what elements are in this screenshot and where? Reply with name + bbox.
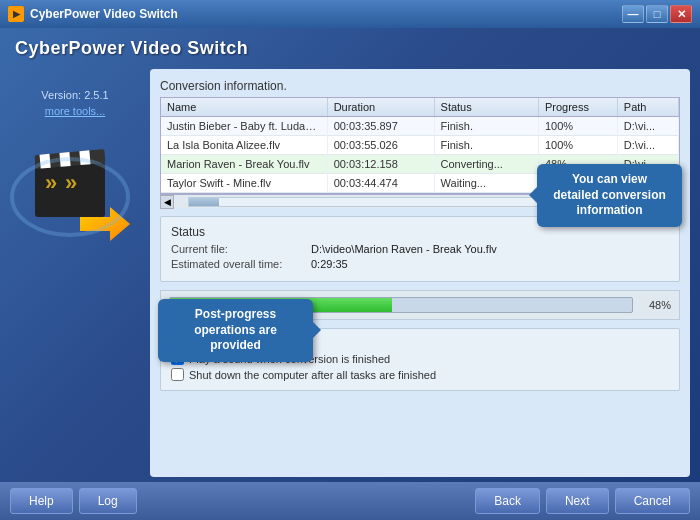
cancel-button[interactable]: Cancel <box>615 488 690 514</box>
bottom-bar: Help Log Back Next Cancel <box>0 482 700 520</box>
logo-container: » » <box>20 142 130 252</box>
sidebar: Version: 2.5.1 more tools... » » <box>10 69 140 477</box>
svg-point-8 <box>12 159 128 235</box>
glow-effect <box>10 157 130 237</box>
cell-name: La Isla Bonita Alizee.flv <box>161 136 327 155</box>
app-title: CyberPower Video Switch <box>15 38 248 58</box>
back-button[interactable]: Back <box>475 488 540 514</box>
current-file-row: Current file: D:\video\Marion Raven - Br… <box>171 243 669 255</box>
close-button[interactable]: ✕ <box>670 5 692 23</box>
cell-status: Converting... <box>434 155 538 174</box>
shutdown-option-row: Shut down the computer after all tasks a… <box>171 368 669 381</box>
cell-name: Marion Raven - Break You.flv <box>161 155 327 174</box>
col-name: Name <box>161 98 327 117</box>
title-bar: ▶ CyberPower Video Switch — □ ✕ <box>0 0 700 28</box>
table-row[interactable]: La Isla Bonita Alizee.flv00:03:55.026Fin… <box>161 136 679 155</box>
maximize-button[interactable]: □ <box>646 5 668 23</box>
help-button[interactable]: Help <box>10 488 73 514</box>
col-path: Path <box>617 98 678 117</box>
cell-progress: 100% <box>538 136 617 155</box>
post-progress-tooltip: Post-progress operations are provided <box>158 299 313 362</box>
status-title: Status <box>171 225 669 239</box>
col-duration: Duration <box>327 98 434 117</box>
cell-duration: 00:03:35.897 <box>327 117 434 136</box>
app-header: CyberPower Video Switch <box>0 28 700 69</box>
more-tools-link[interactable]: more tools... <box>45 105 106 117</box>
cell-duration: 00:03:12.158 <box>327 155 434 174</box>
conversion-title: Conversion information. <box>160 79 680 93</box>
table-row[interactable]: Justin Bieber - Baby ft. Ludacris.flv00:… <box>161 117 679 136</box>
col-progress: Progress <box>538 98 617 117</box>
next-button[interactable]: Next <box>546 488 609 514</box>
cell-duration: 00:03:44.474 <box>327 174 434 193</box>
conversion-tooltip: You can view detailed conversion informa… <box>537 164 682 227</box>
cell-name: Justin Bieber - Baby ft. Ludacris.flv <box>161 117 327 136</box>
progress-percentage: 48% <box>641 299 671 311</box>
estimated-time-row: Estimated overall time: 0:29:35 <box>171 258 669 270</box>
current-file-label: Current file: <box>171 243 301 255</box>
col-status: Status <box>434 98 538 117</box>
table-header-row: Name Duration Status Progress Path <box>161 98 679 117</box>
estimated-label: Estimated overall time: <box>171 258 301 270</box>
minimize-button[interactable]: — <box>622 5 644 23</box>
version-text: Version: 2.5.1 <box>41 89 108 101</box>
content-area: Version: 2.5.1 more tools... » » <box>0 69 700 482</box>
window-controls: — □ ✕ <box>622 5 692 23</box>
cell-path: D:\vi... <box>617 117 678 136</box>
shutdown-label: Shut down the computer after all tasks a… <box>189 369 436 381</box>
log-button[interactable]: Log <box>79 488 137 514</box>
app-icon: ▶ <box>8 6 24 22</box>
cell-status: Finish. <box>434 136 538 155</box>
title-bar-text: CyberPower Video Switch <box>30 7 178 21</box>
right-panel: Conversion information. Name Duration St… <box>150 69 690 477</box>
nav-buttons: Back Next Cancel <box>475 488 690 514</box>
cell-status: Finish. <box>434 117 538 136</box>
cell-path: D:\vi... <box>617 136 678 155</box>
current-file-value: D:\video\Marion Raven - Break You.flv <box>311 243 497 255</box>
cell-progress: 100% <box>538 117 617 136</box>
main-window: CyberPower Video Switch Version: 2.5.1 m… <box>0 28 700 520</box>
scrollbar-thumb[interactable] <box>189 198 219 206</box>
scroll-left-btn[interactable]: ◀ <box>160 195 174 209</box>
estimated-value: 0:29:35 <box>311 258 348 270</box>
cell-name: Taylor Swift - Mine.flv <box>161 174 327 193</box>
cell-duration: 00:03:55.026 <box>327 136 434 155</box>
shutdown-checkbox[interactable] <box>171 368 184 381</box>
